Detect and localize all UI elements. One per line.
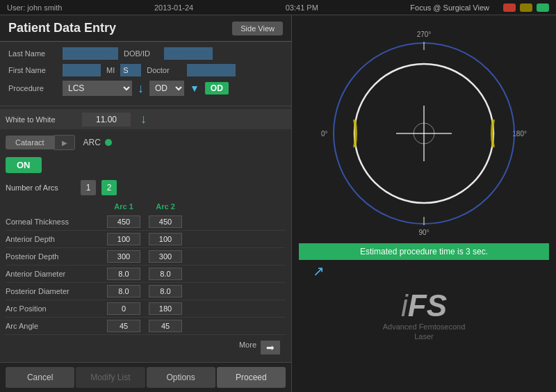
banner-arrow-icon: ↗ — [313, 263, 325, 279]
proceed-button[interactable]: Proceed — [217, 367, 286, 388]
ifs-brand: iFS Advanced Femtosecond Laser — [383, 291, 466, 341]
procedure-label: Procedure — [8, 84, 57, 92]
arc2-cell — [145, 320, 186, 332]
date-label: 2013-01-24 — [154, 3, 193, 12]
first-name-input[interactable] — [63, 64, 101, 76]
row-label: Anterior Depth — [6, 235, 103, 243]
last-name-row: Last Name DOB/ID — [8, 47, 283, 60]
arc2-cell — [145, 215, 186, 228]
table-row: Posterior Diameter — [6, 283, 286, 300]
user-label: User: john smith — [7, 3, 62, 12]
form-area: Last Name DOB/ID First Name MI Doctor Pr… — [0, 42, 291, 106]
corneal-arc1-input[interactable] — [107, 215, 140, 228]
ant-diam-arc2-input[interactable] — [149, 268, 182, 280]
arc2-cell — [145, 233, 186, 245]
more-label: More — [239, 341, 256, 354]
last-name-label: Last Name — [8, 49, 57, 58]
cataract-tab[interactable]: Cataract — [6, 136, 54, 149]
col-header-arc2: Arc 2 — [145, 202, 186, 211]
left-panel: Patient Data Entry Side View Last Name D… — [0, 15, 292, 392]
od-select[interactable]: OD — [149, 81, 184, 96]
panel-header: Patient Data Entry Side View — [0, 15, 291, 42]
time-label: 03:41 PM — [286, 3, 318, 12]
status-dot-green — [537, 3, 549, 12]
right-panel: 270° 90° 0° 180° — [292, 15, 556, 392]
table-row: Anterior Depth — [6, 231, 286, 248]
bottom-buttons: Cancel Modify List Options Proceed — [0, 362, 291, 392]
arc1-cell — [103, 320, 145, 332]
ant-diam-arc1-input[interactable] — [107, 268, 140, 280]
col-header-label — [6, 202, 103, 211]
row-label: Posterior Diameter — [6, 287, 103, 295]
corneal-arc2-input[interactable] — [149, 215, 182, 228]
table-row: Arc Angle — [6, 318, 286, 335]
on-button[interactable]: ON — [6, 157, 42, 173]
mi-label: MI — [106, 66, 115, 74]
on-section: ON — [0, 153, 291, 177]
panel-title: Patient Data Entry — [8, 21, 116, 35]
table-row: Corneal Thickness — [6, 213, 286, 231]
options-button[interactable]: Options — [147, 367, 215, 388]
arc-1-button[interactable]: 1 — [81, 180, 96, 195]
arc-pos-arc2-input[interactable] — [149, 302, 182, 315]
row-label: Arc Position — [6, 304, 103, 313]
table-row: Anterior Diameter — [6, 266, 286, 283]
ifs-subtitle2: Laser — [414, 332, 434, 341]
dob-input[interactable] — [164, 47, 213, 60]
top-bar: User: john smith 2013-01-24 03:41 PM Foc… — [0, 0, 556, 15]
table-header: Arc 1 Arc 2 — [6, 201, 286, 212]
procedure-select[interactable]: LCS — [63, 81, 132, 96]
banner-arrow-area: ↗ — [299, 263, 549, 279]
mi-input[interactable] — [120, 64, 141, 76]
cancel-button[interactable]: Cancel — [6, 367, 74, 388]
arc-angle-arc2-input[interactable] — [149, 320, 182, 332]
arc1-cell — [103, 215, 145, 228]
focus-label: Focus @ Surgical View — [410, 3, 489, 12]
dob-label: DOB/ID — [124, 49, 158, 58]
top-bar-right: Focus @ Surgical View — [410, 3, 549, 12]
row-label: Arc Angle — [6, 322, 103, 330]
arc-2-button[interactable]: 2 — [101, 180, 117, 195]
od-dropdown-icon: ▼ — [190, 83, 199, 94]
row-label: Anterior Diameter — [6, 270, 103, 278]
status-dot-red — [503, 3, 516, 12]
post-diam-arc1-input[interactable] — [107, 285, 140, 297]
arc-angle-arc1-input[interactable] — [107, 320, 140, 332]
surgical-view-svg — [320, 29, 528, 238]
arc2-cell — [145, 268, 186, 280]
more-button[interactable]: ➡ — [261, 341, 280, 354]
post-diam-arc2-input[interactable] — [149, 285, 182, 297]
post-depth-arc2-input[interactable] — [149, 250, 182, 263]
side-view-button[interactable]: Side View — [232, 22, 283, 35]
status-dots — [503, 3, 549, 12]
arc-indicator — [105, 139, 112, 146]
modify-list-button[interactable]: Modify List — [76, 367, 145, 388]
arc1-cell — [103, 268, 145, 280]
doctor-input[interactable] — [187, 64, 236, 76]
arcs-row: Number of Arcs 1 2 — [0, 177, 291, 198]
surgical-view: 270° 90° 0° 180° — [320, 29, 528, 238]
arc2-cell — [145, 250, 186, 263]
od-badge: OD — [205, 82, 229, 95]
status-dot-yellow — [520, 3, 532, 12]
arc1-cell — [103, 250, 145, 263]
first-name-row: First Name MI Doctor — [8, 64, 283, 76]
estimated-text: Estimated procedure time is 3 sec. — [360, 247, 488, 256]
first-name-label: First Name — [8, 66, 57, 74]
last-name-input[interactable] — [63, 47, 118, 60]
arc-pos-arc1-input[interactable] — [107, 302, 140, 315]
arc1-cell — [103, 285, 145, 297]
col-header-arc1: Arc 1 — [103, 202, 145, 211]
more-arrow-icon: ➡ — [266, 342, 275, 353]
row-label: Corneal Thickness — [6, 218, 103, 226]
ifs-logo: iFS — [401, 291, 447, 321]
table-row: Arc Position — [6, 300, 286, 318]
tab-toggle[interactable]: ▶ — [54, 135, 75, 150]
toggle-icon: ▶ — [62, 139, 67, 147]
table-row: Posterior Depth — [6, 248, 286, 266]
ant-depth-arc1-input[interactable] — [107, 233, 140, 245]
wtw-row: White to White ↓ — [0, 109, 291, 129]
post-depth-arc1-input[interactable] — [107, 250, 140, 263]
wtw-input[interactable] — [82, 113, 131, 126]
ant-depth-arc2-input[interactable] — [149, 233, 182, 245]
